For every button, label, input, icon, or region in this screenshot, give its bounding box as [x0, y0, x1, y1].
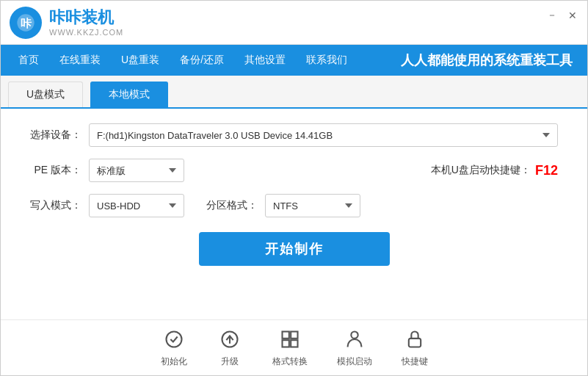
- app-title: 咔咔装机: [49, 8, 123, 27]
- tool-format[interactable]: 格式转换: [272, 326, 308, 368]
- tool-shortcut-label: 快捷键: [402, 355, 428, 368]
- partition-label: 分区格式：: [206, 199, 258, 212]
- pe-label: PE 版本：: [30, 164, 81, 177]
- nav-item-home[interactable]: 首页: [8, 45, 49, 76]
- tool-upgrade-label: 升级: [221, 355, 239, 368]
- nav-bar: 首页 在线重装 U盘重装 备份/还原 其他设置 联系我们 人人都能使用的系统重装…: [1, 45, 587, 76]
- nav-slogan: 人人都能使用的系统重装工具: [401, 51, 587, 69]
- tool-upgrade[interactable]: 升级: [217, 326, 243, 368]
- title-bar: 咔 咔咔装机 WWW.KKZJ.COM － ✕: [1, 1, 587, 45]
- tool-format-label: 格式转换: [272, 355, 308, 368]
- app-title-group: 咔咔装机 WWW.KKZJ.COM: [49, 8, 123, 36]
- svg-rect-8: [291, 340, 297, 347]
- app-subtitle: WWW.KKZJ.COM: [49, 28, 123, 37]
- nav-item-usb[interactable]: U盘重装: [111, 45, 170, 76]
- tab-usb-mode[interactable]: U盘模式: [8, 82, 83, 107]
- svg-rect-6: [291, 332, 297, 339]
- bottom-toolbar: 初始化 升级 格式转换 模拟启: [1, 319, 587, 375]
- window-controls: － ✕: [545, 8, 580, 23]
- lock-icon: [402, 326, 428, 352]
- main-window: 咔 咔咔装机 WWW.KKZJ.COM － ✕ 首页 在线重装 U盘重装 备份/…: [0, 0, 588, 376]
- partition-select[interactable]: NTFS: [265, 194, 360, 217]
- nav-item-settings[interactable]: 其他设置: [234, 45, 296, 76]
- nav-item-backup[interactable]: 备份/还原: [170, 45, 234, 76]
- tool-init[interactable]: 初始化: [161, 326, 187, 368]
- hotkey-label: 本机U盘启动快捷键：: [431, 164, 531, 177]
- grid-icon: [277, 326, 303, 352]
- pe-select[interactable]: 标准版: [89, 159, 184, 182]
- svg-rect-10: [408, 339, 420, 347]
- arrow-up-circle-icon: [217, 326, 243, 352]
- svg-rect-5: [282, 332, 288, 339]
- device-row: 选择设备： F:(hd1)Kingston DataTraveler 3.0 U…: [30, 123, 558, 147]
- person-icon: [341, 326, 368, 352]
- pe-row: PE 版本： 标准版 本机U盘启动快捷键： F12: [30, 159, 558, 182]
- check-circle-icon: [161, 326, 187, 352]
- start-button[interactable]: 开始制作: [199, 232, 390, 266]
- tab-bar: U盘模式 本地模式: [1, 76, 587, 109]
- svg-point-9: [351, 332, 357, 339]
- nav-item-online[interactable]: 在线重装: [49, 45, 111, 76]
- close-button[interactable]: ✕: [565, 8, 580, 23]
- write-row: 写入模式： USB-HDD 分区格式： NTFS: [30, 194, 558, 217]
- svg-text:咔: 咔: [21, 16, 32, 29]
- device-select[interactable]: F:(hd1)Kingston DataTraveler 3.0 USB Dev…: [89, 123, 558, 147]
- content-area: 选择设备： F:(hd1)Kingston DataTraveler 3.0 U…: [1, 109, 587, 319]
- hotkey-value: F12: [535, 163, 558, 178]
- device-label: 选择设备：: [30, 129, 81, 142]
- app-logo: 咔: [10, 7, 42, 39]
- svg-rect-7: [282, 340, 288, 347]
- tool-simulate[interactable]: 模拟启动: [337, 326, 372, 368]
- nav-item-contact[interactable]: 联系我们: [296, 45, 357, 76]
- tab-local-mode[interactable]: 本地模式: [90, 82, 168, 107]
- write-select[interactable]: USB-HDD: [89, 194, 184, 217]
- svg-point-2: [166, 332, 181, 347]
- tool-simulate-label: 模拟启动: [337, 355, 372, 368]
- minimize-button[interactable]: －: [545, 8, 559, 23]
- tool-shortcut[interactable]: 快捷键: [402, 326, 428, 368]
- write-label: 写入模式：: [30, 199, 81, 212]
- tool-init-label: 初始化: [161, 355, 187, 368]
